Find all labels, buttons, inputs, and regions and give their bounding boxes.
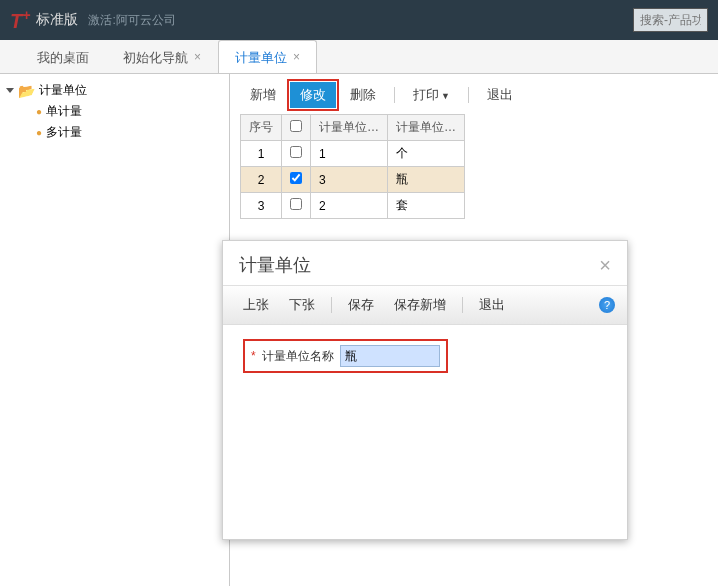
field-row-unit-name: * 计量单位名称 [243, 339, 448, 373]
tree-item-multi[interactable]: ● 多计量 [6, 122, 223, 143]
tab-label: 我的桌面 [37, 41, 89, 74]
bullet-icon: ● [36, 106, 42, 117]
cell-code: 1 [311, 141, 388, 167]
tab-init-nav[interactable]: 初始化导航 × [106, 40, 218, 73]
table-row[interactable]: 3 2 套 [241, 193, 465, 219]
field-label: 计量单位名称 [262, 348, 334, 365]
table-row[interactable]: 1 1 个 [241, 141, 465, 167]
cell-name: 套 [388, 193, 465, 219]
delete-button[interactable]: 删除 [340, 82, 386, 108]
logo: T+ [10, 7, 30, 33]
tree-item-single[interactable]: ● 单计量 [6, 101, 223, 122]
bullet-icon: ● [36, 127, 42, 138]
close-icon[interactable]: × [293, 41, 300, 74]
topbar: T+ 标准版 激活:阿可云公司 [0, 0, 718, 40]
cell-code: 3 [311, 167, 388, 193]
dialog-toolbar: 上张 下张 保存 保存新增 退出 ? [223, 286, 627, 325]
print-button[interactable]: 打印▼ [403, 82, 460, 108]
print-label: 打印 [413, 87, 439, 102]
unit-name-input[interactable] [340, 345, 440, 367]
cell-check [282, 193, 311, 219]
separator [462, 297, 463, 313]
exit-button[interactable]: 退出 [477, 82, 523, 108]
cell-name: 个 [388, 141, 465, 167]
savenew-button[interactable]: 保存新增 [386, 294, 454, 316]
search-input[interactable] [633, 8, 708, 32]
tree-label: 计量单位 [39, 82, 87, 99]
table-row[interactable]: 2 3 瓶 [241, 167, 465, 193]
unit-table: 序号 计量单位… 计量单位… 1 1 个 2 3 瓶 [240, 114, 465, 219]
required-star: * [251, 349, 256, 363]
logo-text: T [10, 10, 22, 32]
chevron-down-icon: ▼ [441, 91, 450, 101]
cell-check [282, 167, 311, 193]
col-seq[interactable]: 序号 [241, 115, 282, 141]
row-checkbox[interactable] [290, 146, 302, 158]
row-checkbox[interactable] [290, 172, 302, 184]
cell-seq: 2 [241, 167, 282, 193]
folder-icon: 📂 [18, 83, 35, 99]
sidebar: 📂 计量单位 ● 单计量 ● 多计量 [0, 74, 230, 586]
separator [331, 297, 332, 313]
dialog-exit-button[interactable]: 退出 [471, 294, 513, 316]
separator [468, 87, 469, 103]
help-icon[interactable]: ? [599, 297, 615, 313]
tab-label: 计量单位 [235, 41, 287, 74]
cell-name: 瓶 [388, 167, 465, 193]
dialog-header: 计量单位 × [223, 241, 627, 286]
edit-dialog: 计量单位 × 上张 下张 保存 保存新增 退出 ? * 计量单位名称 [222, 240, 628, 540]
separator [394, 87, 395, 103]
save-button[interactable]: 保存 [340, 294, 382, 316]
content-toolbar: 新增 修改 删除 打印▼ 退出 [240, 80, 708, 114]
tab-unit[interactable]: 计量单位 × [218, 40, 317, 73]
edit-button[interactable]: 修改 [290, 82, 336, 108]
edition-label: 标准版 [36, 11, 78, 29]
tree-label: 单计量 [46, 103, 82, 120]
dialog-body: * 计量单位名称 [223, 325, 627, 387]
next-button[interactable]: 下张 [281, 294, 323, 316]
cell-code: 2 [311, 193, 388, 219]
dialog-title: 计量单位 [239, 253, 311, 277]
col-name[interactable]: 计量单位… [388, 115, 465, 141]
add-button[interactable]: 新增 [240, 82, 286, 108]
cell-seq: 1 [241, 141, 282, 167]
tab-label: 初始化导航 [123, 41, 188, 74]
close-icon[interactable]: × [599, 255, 611, 275]
tree-root[interactable]: 📂 计量单位 [6, 80, 223, 101]
search-wrap [633, 8, 708, 32]
col-code[interactable]: 计量单位… [311, 115, 388, 141]
cell-check [282, 141, 311, 167]
col-check[interactable] [282, 115, 311, 141]
company-label: 激活:阿可云公司 [88, 12, 175, 29]
tab-desktop[interactable]: 我的桌面 [20, 40, 106, 73]
close-icon[interactable]: × [194, 41, 201, 74]
prev-button[interactable]: 上张 [235, 294, 277, 316]
checkbox-all[interactable] [290, 120, 302, 132]
cell-seq: 3 [241, 193, 282, 219]
tabstrip: 我的桌面 初始化导航 × 计量单位 × [0, 40, 718, 74]
caret-down-icon [6, 88, 14, 93]
tree-label: 多计量 [46, 124, 82, 141]
row-checkbox[interactable] [290, 198, 302, 210]
logo-plus: + [22, 7, 30, 23]
